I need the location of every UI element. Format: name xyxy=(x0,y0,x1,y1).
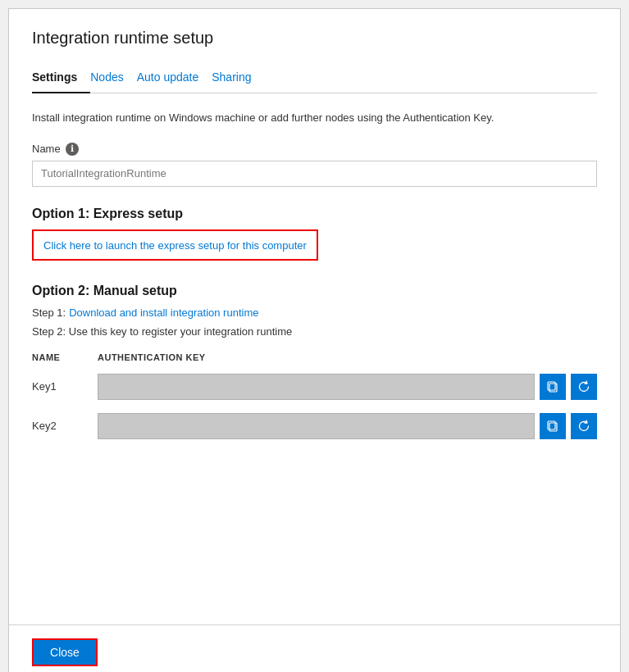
option2-title: Option 2: Manual setup xyxy=(32,284,597,298)
tab-nodes[interactable]: Nodes xyxy=(90,64,136,93)
name-info-icon[interactable]: ℹ xyxy=(66,143,79,156)
tab-auto-update[interactable]: Auto update xyxy=(137,64,212,93)
dialog-content: Integration runtime setup Settings Nodes… xyxy=(9,9,620,624)
key2-name: Key2 xyxy=(32,420,98,432)
express-setup-box: Click here to launch the express setup f… xyxy=(32,229,318,261)
copy-icon xyxy=(546,420,559,433)
name-input[interactable] xyxy=(32,161,597,187)
key1-value-container xyxy=(98,374,597,400)
refresh-icon xyxy=(577,420,590,433)
express-setup-link[interactable]: Click here to launch the express setup f… xyxy=(43,239,307,252)
col-auth-header: AUTHENTICATION KEY xyxy=(98,352,597,362)
step1-row: Step 1: Download and install integration… xyxy=(32,306,597,319)
key1-copy-button[interactable] xyxy=(540,374,566,400)
key2-input[interactable] xyxy=(98,413,535,439)
key1-input[interactable] xyxy=(98,374,535,400)
key1-name: Key1 xyxy=(32,380,98,393)
tab-settings[interactable]: Settings xyxy=(32,64,90,93)
col-name-header: NAME xyxy=(32,352,98,362)
close-button[interactable]: Close xyxy=(32,638,98,666)
name-field-label: Name ℹ xyxy=(32,143,597,156)
step2-row: Step 2: Use this key to register your in… xyxy=(32,325,597,338)
settings-description: Install integration runtime on Windows m… xyxy=(32,110,597,126)
key1-row: Key1 xyxy=(32,367,597,406)
refresh-icon xyxy=(577,380,590,393)
dialog-footer: Close xyxy=(9,624,620,672)
key1-refresh-button[interactable] xyxy=(571,374,597,400)
key2-copy-button[interactable] xyxy=(540,413,566,439)
download-runtime-link[interactable]: Download and install integration runtime xyxy=(69,306,258,319)
step1-prefix: Step 1: xyxy=(32,306,66,319)
copy-icon xyxy=(546,380,559,393)
dialog-title: Integration runtime setup xyxy=(32,29,597,48)
tab-sharing[interactable]: Sharing xyxy=(212,64,264,93)
tabs-bar: Settings Nodes Auto update Sharing xyxy=(32,64,597,93)
key2-value-container xyxy=(98,413,597,439)
key2-row: Key2 xyxy=(32,406,597,446)
option1-title: Option 1: Express setup xyxy=(32,207,597,221)
key2-refresh-button[interactable] xyxy=(571,413,597,439)
keys-table-header: NAME AUTHENTICATION KEY xyxy=(32,347,597,367)
integration-runtime-dialog: Integration runtime setup Settings Nodes… xyxy=(8,8,621,672)
step2-text: Step 2: Use this key to register your in… xyxy=(32,325,292,338)
keys-table: NAME AUTHENTICATION KEY Key1 xyxy=(32,347,597,446)
